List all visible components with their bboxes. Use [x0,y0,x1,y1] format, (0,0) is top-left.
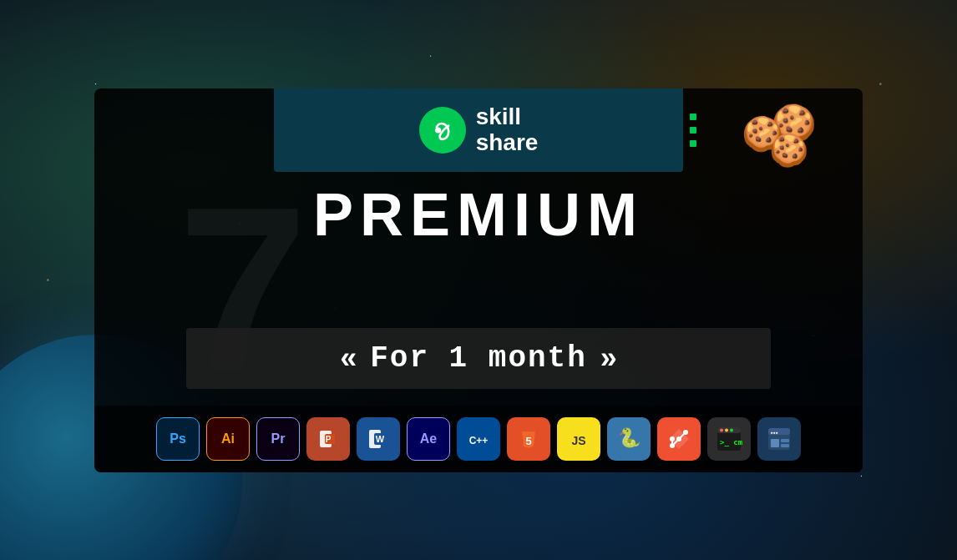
ui-tool-icon[interactable]: ●●● [757,417,801,461]
javascript-icon[interactable]: JS [557,417,600,461]
git-icon[interactable] [657,417,701,461]
svg-point-32 [720,428,723,431]
green-dot-3 [690,140,696,147]
svg-point-34 [730,428,733,431]
svg-point-28 [670,436,675,441]
premium-title: PREMIUM [313,180,644,249]
skillshare-logo-text: skill share [476,104,539,156]
svg-rect-41 [781,444,789,447]
svg-text:JS: JS [571,434,585,447]
main-card: 7 skill share 🍪 [94,88,863,472]
photoshop-icon[interactable]: Ps [156,417,200,461]
illustrator-icon[interactable]: Ai [206,417,250,461]
svg-point-33 [725,428,728,431]
green-dots-decoration [690,114,696,147]
word-icon[interactable]: W [357,417,400,461]
svg-text:5: 5 [525,435,531,447]
svg-rect-39 [771,439,779,447]
html5-icon[interactable]: 5 5 [507,417,550,461]
svg-text:>_ cmd: >_ cmd [720,438,742,446]
aftereffects-icon[interactable]: Ae [407,417,450,461]
svg-text:🐍: 🐍 [618,426,641,449]
powerpoint-icon[interactable]: P [306,417,350,461]
chevron-right-icon: » [600,343,617,373]
cookie-cluster: 🍪 🍪 🍪 [742,102,817,169]
svg-text:W: W [376,434,385,444]
green-dot-2 [690,127,696,134]
green-dot-1 [690,114,696,120]
month-text: For 1 month [370,341,587,376]
cookie-icon-3: 🍪 [769,132,808,169]
svg-rect-40 [781,439,789,442]
terminal-icon[interactable]: >_ cmd [707,417,751,461]
python-icon[interactable]: 🐍 [607,417,651,461]
icons-bar: Ps Ai Pr P W Ae [94,406,863,472]
svg-text:●●●: ●●● [770,429,777,434]
month-banner: « For 1 month » [186,328,771,389]
card-top: skill share 🍪 🍪 🍪 PREMIUM « For 1 month … [94,88,863,406]
header-bar: skill share [274,88,683,172]
svg-point-1 [435,127,441,133]
cpp-icon[interactable]: C++ [457,417,500,461]
svg-text:C++: C++ [469,435,489,446]
chevron-left-icon: « [340,343,357,373]
premiere-icon[interactable]: Pr [256,417,300,461]
skillshare-logo-icon [419,107,466,154]
svg-text:P: P [326,435,332,444]
